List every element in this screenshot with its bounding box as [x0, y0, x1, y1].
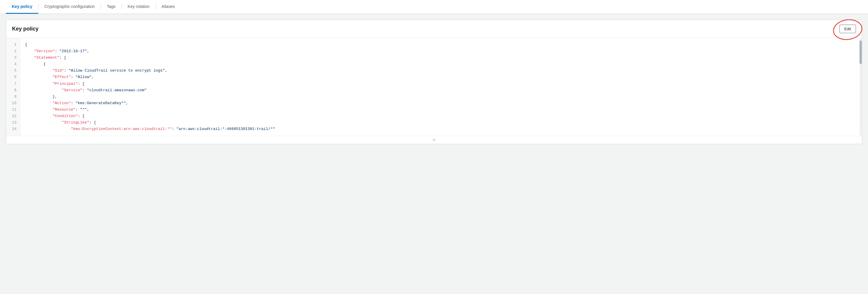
- tab-tags[interactable]: Tags: [101, 0, 121, 14]
- tab-aliases[interactable]: Aliases: [156, 0, 181, 14]
- line-num-7: 7: [10, 81, 17, 87]
- line-num-5: 5: [10, 68, 17, 74]
- main-content: Key policy Edit 1 2 3 4 5 6: [0, 14, 868, 150]
- scrollbar-track[interactable]: [860, 38, 862, 136]
- line-num-4: 4: [10, 61, 17, 68]
- key-policy-card: Key policy Edit 1 2 3 4 5 6: [6, 20, 862, 144]
- code-area: 1 2 3 4 5 6 7 8 9 10 11 12 13 14: [6, 38, 862, 136]
- code-line-4: {: [25, 61, 857, 68]
- tabs-bar: Key policy Cryptographic configuration T…: [0, 0, 868, 14]
- card-title: Key policy: [12, 26, 38, 32]
- line-num-6: 6: [10, 74, 17, 80]
- code-line-3: "Statement": [: [25, 54, 857, 61]
- code-line-11: "Resource": "*",: [25, 107, 857, 113]
- code-line-9: },: [25, 94, 857, 100]
- code-line-10: "Action": "kms:GenerateDataKey*",: [25, 100, 857, 107]
- code-line-1: {: [25, 42, 857, 48]
- code-line-12: "Condition": {: [25, 113, 857, 119]
- line-num-8: 8: [10, 87, 17, 94]
- card-header: Key policy Edit: [6, 20, 862, 38]
- code-line-13: "StringLike": {: [25, 119, 857, 126]
- line-numbers: 1 2 3 4 5 6 7 8 9 10 11 12 13 14: [6, 38, 20, 136]
- edit-button[interactable]: Edit: [839, 25, 856, 33]
- line-num-13: 13: [10, 119, 17, 126]
- line-num-2: 2: [10, 48, 17, 54]
- line-num-12: 12: [10, 113, 17, 119]
- tab-key-rotation[interactable]: Key rotation: [122, 0, 156, 14]
- code-line-7: "Principal": {: [25, 81, 857, 87]
- line-num-14: 14: [10, 126, 17, 132]
- tab-key-policy[interactable]: Key policy: [6, 0, 38, 14]
- line-num-3: 3: [10, 54, 17, 61]
- code-line-2: "Version": "2012-10-17",: [25, 48, 857, 54]
- code-lines[interactable]: { "Version": "2012-10-17", "Statement": …: [20, 38, 862, 136]
- line-num-11: 11: [10, 107, 17, 113]
- line-num-9: 9: [10, 94, 17, 100]
- edit-button-wrapper: Edit: [839, 25, 856, 33]
- card-body: 1 2 3 4 5 6 7 8 9 10 11 12 13 14: [6, 38, 862, 136]
- tab-cryptographic-configuration[interactable]: Cryptographic configuration: [38, 0, 100, 14]
- scrollbar-thumb: [860, 40, 862, 64]
- line-num-1: 1: [10, 42, 17, 48]
- code-line-14: "kms:EncryptionContext:arn:aws:cloudtrai…: [25, 126, 857, 132]
- drag-handle[interactable]: ≡: [6, 136, 862, 144]
- code-line-5: "Sid": "Allow CloudTrail service to encr…: [25, 68, 857, 74]
- code-line-6: "Effect": "Allow",: [25, 74, 857, 80]
- line-num-10: 10: [10, 100, 17, 107]
- code-line-8: "Service": "cloudtrail.amazonaws.com": [25, 87, 857, 94]
- code-content: 1 2 3 4 5 6 7 8 9 10 11 12 13 14: [6, 38, 862, 136]
